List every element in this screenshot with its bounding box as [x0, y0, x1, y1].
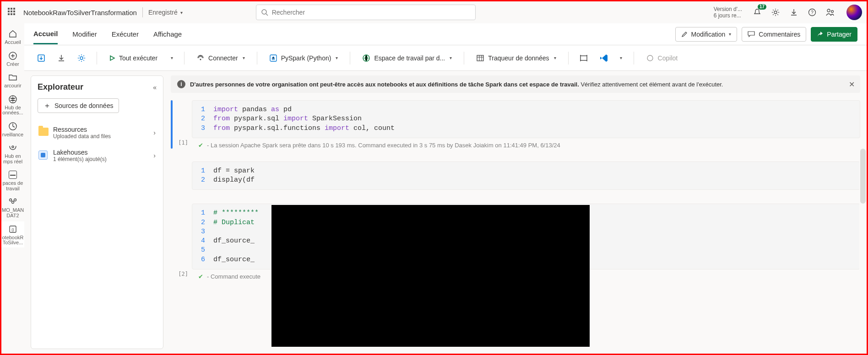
environment-button[interactable]: Espace de travail par d... ▾: [358, 50, 456, 66]
info-icon: i: [177, 80, 185, 88]
frame-icon: [580, 54, 588, 62]
svg-point-13: [12, 201, 14, 204]
run-all-dropdown[interactable]: ▾: [167, 55, 177, 60]
onelake-icon: [8, 95, 17, 104]
tree-item-resources[interactable]: Ressources Uploaded data and files ›: [38, 121, 157, 144]
pyspark-icon: [269, 54, 277, 62]
folder-icon: [9, 74, 17, 81]
scrollbar-track[interactable]: [859, 140, 867, 349]
gear-icon: [77, 54, 86, 62]
chevron-right-icon: ›: [153, 152, 156, 159]
search-input[interactable]: [272, 9, 471, 16]
save-status[interactable]: Enregistré ▾: [148, 9, 183, 16]
banner-text: D'autres personnes de votre organisation…: [190, 81, 723, 88]
data-sources-button[interactable]: ＋ Sources de données: [38, 98, 119, 113]
connect-icon: [196, 54, 205, 62]
freeze-pane-button[interactable]: [576, 50, 591, 66]
rail-data-hub[interactable]: Hub de onnées...: [1, 91, 24, 118]
check-icon: ✔: [198, 273, 203, 280]
rail-browse[interactable]: arcourir: [1, 70, 24, 91]
run-all-button[interactable]: Tout exécuter: [104, 50, 162, 66]
save-button[interactable]: [33, 50, 49, 66]
waffle-icon[interactable]: [8, 8, 17, 17]
scrollbar-thumb[interactable]: [860, 149, 866, 204]
save-arrow-icon: [37, 54, 46, 63]
chevron-down-icon: ▾: [554, 55, 556, 60]
avatar[interactable]: [846, 5, 862, 20]
svg-point-5: [827, 9, 830, 12]
version-info[interactable]: Version d'... 6 jours re...: [714, 6, 742, 19]
help-icon[interactable]: ?: [807, 7, 817, 17]
chevron-down-icon: ▾: [180, 10, 183, 15]
cell-1[interactable]: [1] 1import pandas as pd2from pyspark.sq…: [171, 100, 860, 149]
rail-workspaces[interactable]: paces de travail: [1, 167, 24, 193]
settings-icon[interactable]: [770, 7, 781, 17]
chevron-down-icon: ▾: [729, 32, 731, 37]
notifications-icon[interactable]: 17: [752, 7, 762, 17]
monitor-icon: [8, 122, 17, 131]
search-box[interactable]: [256, 5, 476, 20]
vscode-icon: [599, 54, 608, 63]
nav-rail: Accueil Créer arcourir Hub de onnées... …: [1, 23, 24, 354]
rail-create[interactable]: Créer: [1, 48, 24, 69]
code-editor[interactable]: 1import pandas as pd2from pyspark.sql im…: [192, 100, 860, 138]
svg-line-1: [266, 14, 268, 16]
svg-point-0: [262, 10, 266, 14]
vscode-dropdown[interactable]: ▾: [616, 55, 626, 60]
share-icon: [817, 31, 823, 38]
tab-run[interactable]: Exécuter: [112, 25, 139, 43]
document-title[interactable]: NotebookRawToSilverTransformation: [23, 9, 137, 16]
lakehouse-icon: [38, 151, 48, 160]
connect-button[interactable]: Connecter ▾: [192, 50, 250, 66]
download-icon: [57, 54, 65, 62]
cell-2[interactable]: 1df = spark2display(df: [171, 161, 860, 190]
rail-monitor[interactable]: rveillance: [1, 118, 24, 140]
comments-button[interactable]: Commentaires: [742, 27, 806, 42]
data-table-icon: [476, 54, 484, 62]
copilot-icon: [646, 54, 654, 62]
chevron-right-icon: ›: [153, 129, 156, 136]
pencil-icon: [681, 31, 688, 38]
security-banner: i D'autres personnes de votre organisati…: [171, 75, 860, 93]
rail-home[interactable]: Accueil: [1, 26, 24, 47]
execution-count: [1]: [178, 140, 188, 146]
rail-notebook-current[interactable]: {} otebookR ToSilve...: [1, 221, 24, 247]
download-icon[interactable]: [789, 7, 799, 17]
cells-container: [1] 1import pandas as pd2from pyspark.sq…: [166, 97, 867, 354]
download-toolbar-button[interactable]: [54, 50, 69, 66]
explorer-tree: Ressources Uploaded data and files › Lak…: [38, 121, 157, 167]
edit-mode-button[interactable]: Modification ▾: [675, 27, 738, 42]
people-icon: [8, 198, 18, 206]
rail-workspace-current[interactable]: MO_MAN DAT2: [1, 194, 24, 220]
check-icon: ✔: [198, 142, 203, 149]
tab-view[interactable]: Affichage: [153, 25, 182, 43]
tree-item-lakehouses[interactable]: Lakehouses 1 élément(s) ajouté(s) ›: [38, 144, 157, 167]
vscode-button[interactable]: [596, 50, 612, 66]
tab-edit[interactable]: Modifier: [72, 25, 97, 43]
collapse-panel-icon[interactable]: «: [153, 84, 157, 91]
cell-status: ✔ - La session Apache Spark sera prête d…: [192, 138, 860, 149]
tab-home[interactable]: Accueil: [33, 24, 58, 44]
ribbon-tabs: Accueil Modifier Exécuter Affichage Modi…: [24, 23, 867, 45]
workspaces-icon: [9, 171, 17, 179]
comment-icon: [748, 31, 755, 38]
language-button[interactable]: PySpark (Python) ▾: [265, 50, 343, 66]
close-banner-icon[interactable]: ✕: [849, 80, 855, 89]
settings-toolbar-button[interactable]: [74, 50, 89, 66]
redacted-region: [271, 205, 590, 347]
svg-point-23: [647, 55, 653, 61]
rail-realtime-hub[interactable]: Hub en mps réel: [1, 140, 24, 166]
home-icon: [9, 30, 17, 38]
data-wrangler-button[interactable]: Traqueur de données ▾: [472, 50, 560, 66]
divider: [142, 7, 143, 17]
svg-text:{}: {}: [11, 227, 14, 231]
play-icon: [109, 55, 115, 61]
share-button[interactable]: Partager: [811, 27, 857, 42]
notification-badge: 17: [758, 4, 766, 10]
editor-area: i D'autres personnes de votre organisati…: [166, 71, 867, 354]
folder-icon: [38, 128, 49, 136]
persona-icon[interactable]: [825, 7, 835, 17]
explorer-panel: Explorateur « ＋ Sources de données Resso…: [31, 75, 163, 349]
copilot-button[interactable]: Copilot: [641, 50, 683, 66]
code-editor[interactable]: 1df = spark2display(df: [192, 161, 860, 190]
